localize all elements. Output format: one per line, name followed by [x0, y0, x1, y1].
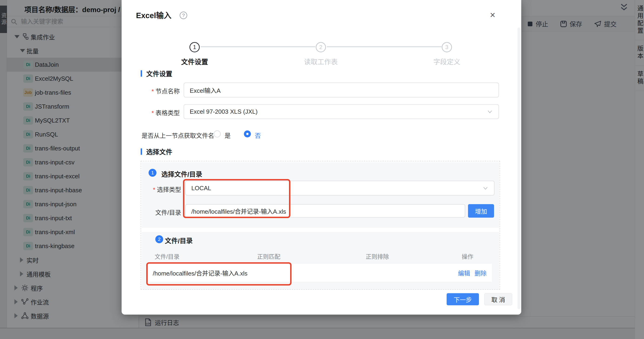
step-1-label: 文件设置	[160, 56, 230, 66]
step-1-circle: 1	[190, 42, 200, 52]
node-name-input[interactable]: Excel输入A	[184, 82, 499, 98]
col-file-dir: 文件/目录	[154, 252, 180, 260]
help-icon[interactable]: ?	[180, 12, 187, 19]
panel-1-number: 1	[148, 169, 156, 177]
step-connector	[201, 46, 315, 47]
step-connector	[327, 46, 442, 47]
screen: 资源 项目名称/数据层：demo-proj / ODS 运行 停止 保存 提交	[0, 0, 644, 339]
col-regex-match: 正则匹配	[257, 252, 280, 260]
delete-link[interactable]: 删除	[474, 268, 486, 277]
close-icon[interactable]: ×	[487, 10, 498, 21]
chevron-down-icon	[483, 186, 488, 191]
table-type-label: 表格类型	[131, 108, 180, 117]
select-type-label: 选择类型	[146, 185, 181, 194]
radio-yes[interactable]	[214, 130, 221, 138]
select-type-select[interactable]: LOCAL	[185, 181, 494, 196]
section-file-settings: 文件设置	[141, 69, 172, 78]
excel-input-modal: Excel输入 ? × 1 2 3 文件设置 读取工作表 字段定义 文件设置 节…	[122, 0, 521, 314]
radio-yes-label[interactable]: 是	[224, 131, 231, 140]
row-path: /home/localfiles/合并记录-输入A.xls	[148, 268, 247, 277]
file-dir-label: 文件/目录	[146, 208, 181, 216]
node-name-label: 节点名称	[131, 86, 180, 95]
radio-no-label[interactable]: 否	[255, 131, 261, 140]
section-accent-bar	[141, 148, 142, 155]
file-dir-input[interactable]: /home/localfiles/合并记录-输入A.xls	[185, 204, 465, 218]
get-filename-label: 是否从上一节点获取文件名	[142, 131, 214, 140]
add-button[interactable]: 增加	[468, 204, 494, 218]
panel-2-number: 2	[155, 235, 163, 243]
section-accent-bar	[141, 70, 142, 77]
col-actions: 操作	[462, 252, 473, 260]
section-select-file: 选择文件	[141, 147, 172, 156]
file-table-row: /home/localfiles/合并记录-输入A.xls 编辑 删除	[148, 263, 493, 282]
step-2-circle: 2	[316, 42, 326, 52]
select-file-container: 1 选择文件/目录 选择类型 LOCAL 文件/目录 /home/localfi…	[141, 161, 500, 290]
edit-link[interactable]: 编辑	[458, 268, 470, 277]
radio-no[interactable]	[244, 130, 251, 138]
panel-2-title: 文件/目录	[165, 236, 193, 245]
col-regex-exclude: 正则排除	[366, 252, 389, 260]
cancel-button[interactable]: 取 消	[484, 293, 512, 305]
step-3-label: 字段定义	[412, 56, 482, 66]
step-3-circle: 3	[442, 42, 452, 52]
modal-title: Excel输入	[136, 9, 171, 20]
panel-1-title: 选择文件/目录	[161, 169, 202, 178]
table-type-select[interactable]: Excel 97-2003 XLS (JXL)	[184, 104, 499, 119]
next-step-button[interactable]: 下一步	[446, 293, 479, 305]
chevron-down-icon	[487, 109, 492, 114]
panel-file-list: 2 文件/目录 文件/目录 正则匹配 正则排除 操作 /home/localfi…	[142, 232, 499, 289]
modal-scrollbar[interactable]	[518, 28, 520, 309]
panel-select-type: 1 选择文件/目录 选择类型 LOCAL 文件/目录 /home/localfi…	[142, 162, 499, 228]
step-2-label: 读取工作表	[286, 56, 356, 66]
